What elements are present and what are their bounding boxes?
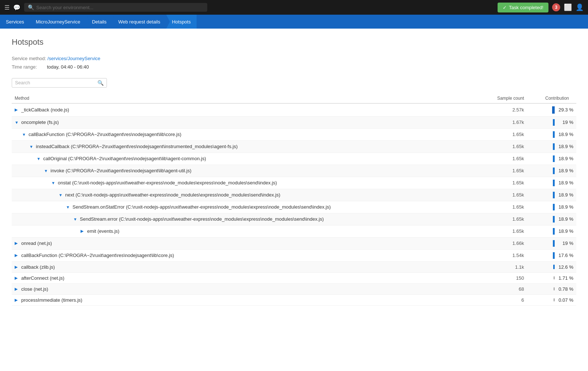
toggle-icon[interactable]: ▶ xyxy=(15,287,20,291)
toggle-icon[interactable]: ▶ xyxy=(15,265,20,269)
toggle-icon[interactable]: ▶ xyxy=(81,229,86,234)
toggle-icon[interactable]: ▼ xyxy=(22,132,27,137)
contribution-cell: 18.9 % xyxy=(527,213,576,225)
sample-count-cell: 1.65k xyxy=(479,177,527,189)
method-cell: ▼ oncomplete (fs.js) xyxy=(12,116,479,128)
method-cell: ▼ insteadCallback (C:\PROGRA~2\ruxit\age… xyxy=(12,140,479,153)
sample-count-cell: 6 xyxy=(479,294,527,305)
table-row: ▼ next (C:\ruxit-nodejs-apps\ruxit\weath… xyxy=(12,189,576,201)
method-cell: ▶ emit (events.js) xyxy=(12,225,479,237)
contribution-pct: 17.6 % xyxy=(557,253,573,258)
method-cell: ▶ onread (net.js) xyxy=(12,237,479,249)
sample-count-cell: 1.65k xyxy=(479,153,527,165)
method-cell: ▼ callBackFunction (C:\PROGRA~2\ruxit\ag… xyxy=(12,128,479,140)
contribution-cell: 19 % xyxy=(527,116,576,128)
contribution-pct: 0.78 % xyxy=(557,286,573,292)
method-name: insteadCallback (C:\PROGRA~2\ruxit\agent… xyxy=(36,144,238,149)
contribution-pct: 1.71 % xyxy=(557,275,573,281)
method-name: callBackFunction (C:\PROGRA~2\ruxit\agen… xyxy=(21,253,174,258)
contribution-cell: 0.07 % xyxy=(527,294,576,305)
table-row: ▶ emit (events.js) 1.65k 18.9 % xyxy=(12,225,576,237)
toggle-icon[interactable]: ▼ xyxy=(37,157,42,161)
contribution-cell: 18.9 % xyxy=(527,201,576,213)
toggle-icon[interactable]: ▶ xyxy=(15,298,20,302)
breadcrumb-web-request-details[interactable]: Web request details xyxy=(112,15,166,29)
contribution-cell: 19 % xyxy=(527,237,576,249)
contribution-pct: 0.07 % xyxy=(557,297,573,303)
sample-count-cell: 1.54k xyxy=(479,249,527,261)
hotspots-table: Method Sample count Contribution ▶ _tick… xyxy=(12,93,576,306)
breadcrumb-details[interactable]: Details xyxy=(86,15,112,29)
toggle-icon[interactable]: ▶ xyxy=(15,253,20,258)
search-box[interactable]: 🔍 xyxy=(12,78,107,88)
sample-count-cell: 1.65k xyxy=(479,189,527,201)
method-cell: ▼ SendStream.onStatError (C:\ruxit-nodej… xyxy=(12,201,479,213)
contribution-pct: 18.9 % xyxy=(557,228,573,234)
method-name: callBackFunction (C:\PROGRA~2\ruxit\agen… xyxy=(29,132,181,137)
contribution-cell: 18.9 % xyxy=(527,177,576,189)
method-name: SendStream.error (C:\ruxit-nodejs-apps\r… xyxy=(80,216,324,222)
contribution-bar xyxy=(553,131,555,138)
display-icon[interactable]: ⬜ xyxy=(564,3,572,11)
notification-badge[interactable]: 3 xyxy=(552,3,560,11)
main-content: Hotspots Service method: /services/Journ… xyxy=(0,29,588,371)
sample-count-cell: 1.66k xyxy=(479,237,527,249)
toggle-icon[interactable]: ▼ xyxy=(51,181,56,185)
contribution-cell: 18.9 % xyxy=(527,225,576,237)
top-navigation: ☰ 💬 🔍 ✓ Task completed! 3 ⬜ 👤 xyxy=(0,0,588,15)
column-sample-count: Sample count xyxy=(479,93,527,103)
breadcrumb-hotspots[interactable]: Hotspots xyxy=(166,15,197,29)
method-name: callOriginal (C:\PROGRA~2\ruxit\agent\re… xyxy=(43,156,206,161)
table-row: ▶ afterConnect (net.js) 150 1.71 % xyxy=(12,272,576,283)
sample-count-cell: 150 xyxy=(479,272,527,283)
method-cell: ▼ invoke (C:\PROGRA~2\ruxit\agent\res\no… xyxy=(12,165,479,177)
toggle-icon[interactable]: ▼ xyxy=(59,193,64,197)
method-cell: ▼ onstat (C:\ruxit-nodejs-apps\ruxit\wea… xyxy=(12,177,479,189)
contribution-bar xyxy=(553,155,555,162)
time-range-label: Time range: xyxy=(12,64,37,70)
search-input[interactable] xyxy=(15,80,97,85)
toggle-icon[interactable]: ▼ xyxy=(44,169,49,173)
toggle-icon[interactable]: ▶ xyxy=(15,276,20,280)
search-container: 🔍 xyxy=(12,78,576,88)
method-name: oncomplete (fs.js) xyxy=(21,120,59,125)
sample-count-cell: 1.65k xyxy=(479,165,527,177)
breadcrumb-services[interactable]: Services xyxy=(0,15,30,29)
breadcrumb-microjourneyservice[interactable]: MicroJourneyService xyxy=(30,15,86,29)
hamburger-icon[interactable]: ☰ xyxy=(4,4,10,11)
table-row: ▼ oncomplete (fs.js) 1.67k 19 % xyxy=(12,116,576,128)
contribution-pct: 19 % xyxy=(557,240,573,246)
method-cell: ▶ processImmediate (timers.js) xyxy=(12,294,479,305)
contribution-cell: 18.9 % xyxy=(527,140,576,153)
sample-count-cell: 1.65k xyxy=(479,140,527,153)
global-search-bar[interactable]: 🔍 xyxy=(24,3,207,12)
toggle-icon[interactable]: ▶ xyxy=(15,241,20,246)
global-search-input[interactable] xyxy=(36,5,204,10)
contribution-bar xyxy=(553,216,555,223)
toggle-icon[interactable]: ▼ xyxy=(29,144,34,149)
search-submit-icon[interactable]: 🔍 xyxy=(97,80,104,86)
search-icon: 🔍 xyxy=(28,4,34,10)
contribution-bar xyxy=(553,240,555,247)
table-row: ▼ invoke (C:\PROGRA~2\ruxit\agent\res\no… xyxy=(12,165,576,177)
chat-icon[interactable]: 💬 xyxy=(13,4,21,11)
toggle-icon[interactable]: ▶ xyxy=(15,107,20,112)
sample-count-cell: 2.57k xyxy=(479,103,527,117)
contribution-pct: 18.9 % xyxy=(557,168,573,173)
contribution-pct: 19 % xyxy=(557,120,573,125)
sample-count-cell: 1.65k xyxy=(479,213,527,225)
table-row: ▼ insteadCallback (C:\PROGRA~2\ruxit\age… xyxy=(12,140,576,153)
method-cell: ▶ _tickCallback (node.js) xyxy=(12,103,479,117)
meta-info: Service method: /services/JourneyService… xyxy=(12,54,576,71)
sample-count-cell: 1.65k xyxy=(479,128,527,140)
contribution-pct: 18.9 % xyxy=(557,216,573,222)
contribution-cell: 17.6 % xyxy=(527,249,576,261)
toggle-icon[interactable]: ▼ xyxy=(73,217,78,221)
method-cell: ▼ next (C:\ruxit-nodejs-apps\ruxit\weath… xyxy=(12,189,479,201)
toggle-icon[interactable]: ▼ xyxy=(66,205,71,209)
toggle-icon[interactable]: ▼ xyxy=(15,120,20,125)
user-icon[interactable]: 👤 xyxy=(576,3,584,11)
task-completed-button[interactable]: ✓ Task completed! xyxy=(498,3,548,12)
contribution-cell: 18.9 % xyxy=(527,189,576,201)
contribution-bar xyxy=(553,252,555,259)
